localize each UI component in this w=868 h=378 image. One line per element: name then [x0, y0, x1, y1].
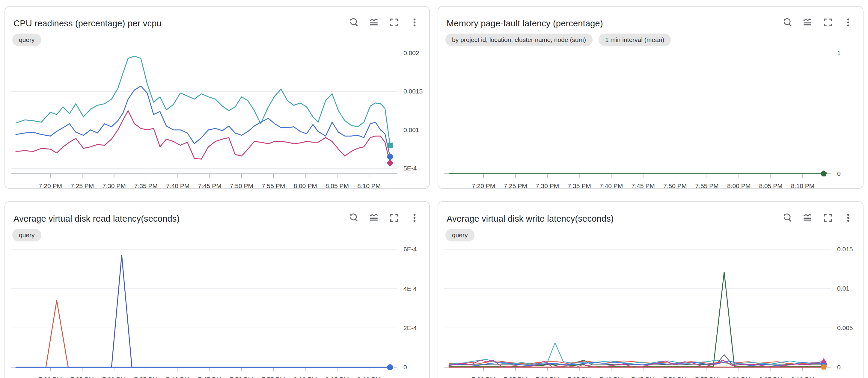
- disk-read-latency-chart[interactable]: 6E-44E-42E-407:20 PM7:25 PM7:30 PM7:35 P…: [5, 202, 430, 378]
- svg-text:7:30 PM: 7:30 PM: [102, 376, 126, 378]
- more-options-icon: [843, 213, 853, 223]
- chips-row: query: [445, 229, 474, 241]
- svg-text:7:30 PM: 7:30 PM: [536, 376, 559, 378]
- svg-text:0.002: 0.002: [403, 49, 419, 56]
- svg-text:8:00 PM: 8:00 PM: [293, 182, 317, 189]
- fullscreen-button[interactable]: [821, 211, 835, 225]
- legend-toggle-button[interactable]: [367, 211, 381, 225]
- query-chip: query: [445, 229, 474, 241]
- legend-toggle-icon: [369, 18, 379, 28]
- cpu-readiness-chart[interactable]: 0.0020.00150.0015E-47:20 PM7:25 PM7:30 P…: [5, 7, 430, 189]
- svg-text:7:45 PM: 7:45 PM: [198, 376, 221, 378]
- svg-text:7:25 PM: 7:25 PM: [504, 376, 527, 378]
- panel-toolbar: [346, 211, 422, 225]
- svg-text:7:45 PM: 7:45 PM: [631, 182, 655, 189]
- more-options-button[interactable]: [408, 211, 422, 225]
- svg-text:0: 0: [837, 364, 841, 371]
- svg-text:5E-4: 5E-4: [403, 165, 417, 172]
- svg-text:7:40 PM: 7:40 PM: [599, 182, 623, 189]
- panel-title: Memory page-fault latency (percentage): [446, 19, 603, 29]
- svg-text:7:25 PM: 7:25 PM: [504, 182, 527, 189]
- svg-text:7:35 PM: 7:35 PM: [134, 376, 158, 378]
- legend-toggle-button[interactable]: [367, 15, 381, 29]
- svg-text:8:05 PM: 8:05 PM: [326, 376, 349, 378]
- disk-write-latency-chart[interactable]: 0.0150.010.00507:20 PM7:25 PM7:30 PM7:35…: [438, 202, 864, 378]
- svg-text:0: 0: [837, 170, 841, 177]
- zoom-reset-button[interactable]: [346, 15, 360, 29]
- zoom-reset-button[interactable]: [780, 211, 794, 225]
- svg-text:8:05 PM: 8:05 PM: [759, 376, 782, 378]
- svg-text:0.005: 0.005: [837, 324, 853, 331]
- svg-text:7:20 PM: 7:20 PM: [472, 376, 495, 378]
- chips-row: query: [12, 229, 41, 241]
- more-options-button[interactable]: [841, 15, 855, 29]
- svg-text:0.001: 0.001: [403, 127, 419, 133]
- svg-text:7:40 PM: 7:40 PM: [599, 376, 623, 378]
- zoom-reset-icon: [348, 18, 359, 28]
- svg-text:7:55 PM: 7:55 PM: [695, 182, 718, 189]
- svg-text:7:20 PM: 7:20 PM: [39, 182, 62, 189]
- svg-text:7:20 PM: 7:20 PM: [472, 182, 495, 189]
- panel-disk-read-latency: 6E-44E-42E-407:20 PM7:25 PM7:30 PM7:35 P…: [4, 201, 430, 378]
- more-options-button[interactable]: [408, 15, 422, 29]
- zoom-reset-button[interactable]: [346, 211, 360, 225]
- panel-title: CPU readiness (percentage) per vcpu: [13, 19, 161, 29]
- zoom-reset-icon: [348, 213, 359, 223]
- svg-text:7:50 PM: 7:50 PM: [230, 376, 253, 378]
- svg-text:7:55 PM: 7:55 PM: [262, 376, 285, 378]
- svg-text:0.015: 0.015: [837, 246, 853, 252]
- fullscreen-icon: [389, 18, 399, 28]
- legend-toggle-button[interactable]: [801, 211, 814, 225]
- legend-toggle-icon: [802, 18, 812, 28]
- svg-text:7:25 PM: 7:25 PM: [70, 182, 94, 189]
- svg-text:7:40 PM: 7:40 PM: [166, 182, 189, 189]
- fullscreen-button[interactable]: [387, 15, 401, 29]
- monitoring-dashboard: 0.0020.00150.0015E-47:20 PM7:25 PM7:30 P…: [0, 0, 868, 378]
- query-chip: query: [12, 34, 41, 46]
- zoom-reset-icon: [782, 18, 792, 28]
- svg-text:7:30 PM: 7:30 PM: [102, 182, 126, 189]
- panel-disk-write-latency: 0.0150.010.00507:20 PM7:25 PM7:30 PM7:35…: [438, 201, 864, 378]
- svg-text:8:05 PM: 8:05 PM: [759, 182, 782, 189]
- fullscreen-icon: [823, 18, 833, 28]
- svg-text:4E-4: 4E-4: [403, 285, 417, 292]
- fullscreen-button[interactable]: [821, 15, 835, 29]
- svg-text:7:45 PM: 7:45 PM: [631, 376, 655, 378]
- query-chip: query: [12, 229, 41, 241]
- panel-toolbar: [780, 15, 855, 29]
- panel-toolbar: [780, 211, 855, 225]
- chips-row: query: [12, 34, 41, 46]
- panel-toolbar: [346, 15, 422, 29]
- svg-text:7:25 PM: 7:25 PM: [70, 376, 94, 378]
- fullscreen-icon: [823, 213, 833, 223]
- svg-text:7:50 PM: 7:50 PM: [663, 182, 687, 189]
- legend-toggle-button[interactable]: [801, 15, 814, 29]
- panel-cpu-readiness: 0.0020.00150.0015E-47:20 PM7:25 PM7:30 P…: [4, 6, 430, 189]
- svg-text:7:35 PM: 7:35 PM: [568, 376, 591, 378]
- zoom-reset-icon: [782, 213, 792, 223]
- fullscreen-button[interactable]: [387, 211, 401, 225]
- svg-text:0.01: 0.01: [837, 285, 849, 292]
- fullscreen-icon: [389, 213, 399, 223]
- svg-text:7:55 PM: 7:55 PM: [695, 376, 718, 378]
- svg-text:0.0015: 0.0015: [403, 88, 423, 95]
- svg-text:7:45 PM: 7:45 PM: [198, 182, 221, 189]
- svg-text:7:40 PM: 7:40 PM: [166, 376, 189, 378]
- zoom-reset-button[interactable]: [780, 15, 794, 29]
- panel-title: Average virtual disk read latency(second…: [13, 214, 180, 224]
- svg-text:8:00 PM: 8:00 PM: [727, 182, 750, 189]
- svg-text:8:10 PM: 8:10 PM: [791, 182, 814, 189]
- more-options-icon: [843, 18, 853, 28]
- svg-text:7:50 PM: 7:50 PM: [663, 376, 687, 378]
- svg-text:2E-4: 2E-4: [403, 324, 417, 331]
- svg-text:7:55 PM: 7:55 PM: [262, 182, 285, 189]
- legend-toggle-icon: [369, 213, 379, 223]
- svg-text:6E-4: 6E-4: [403, 246, 417, 252]
- svg-text:7:50 PM: 7:50 PM: [230, 182, 253, 189]
- more-options-button[interactable]: [841, 211, 855, 225]
- more-options-icon: [409, 213, 420, 223]
- groupby-chip: by project id, location, cluster name, n…: [445, 34, 593, 46]
- svg-text:7:30 PM: 7:30 PM: [536, 182, 559, 189]
- panel-memory-page-fault: 107:20 PM7:25 PM7:30 PM7:35 PM7:40 PM7:4…: [438, 6, 864, 189]
- panel-title: Average virtual disk write latency(secon…: [446, 214, 614, 224]
